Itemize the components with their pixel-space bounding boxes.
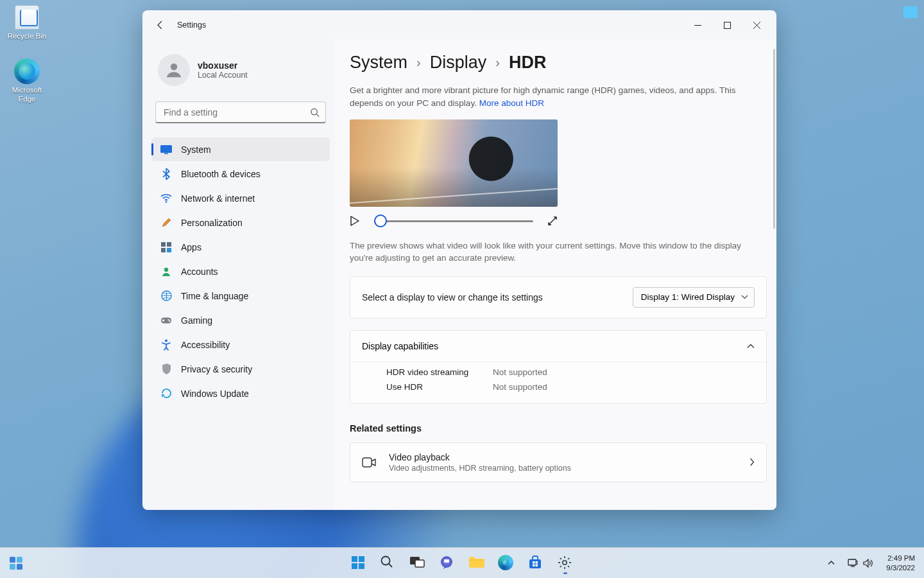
svg-rect-18 [17,557,22,563]
sidebar-item-gaming[interactable]: Gaming [151,308,330,332]
task-view-button[interactable] [405,550,431,576]
widgets-button[interactable] [6,554,26,573]
desktop-icon-edge[interactable]: Microsoft Edge [4,58,50,104]
sidebar-item-accessibility[interactable]: Accessibility [151,333,330,356]
sidebar-item-personalization[interactable]: Personalization [151,211,330,234]
svg-rect-24 [359,563,364,569]
search-input[interactable] [155,101,326,123]
recycle-bin-icon [13,4,40,31]
settings-window: Settings vboxuser Local Account [142,10,776,510]
file-explorer-button[interactable] [464,550,490,576]
svg-rect-7 [167,242,171,247]
gamepad-icon [160,315,172,326]
hdr-preview-video [350,119,558,207]
preview-slider[interactable] [374,220,533,222]
svg-point-10 [164,267,168,271]
titlebar: Settings [142,10,776,40]
close-button[interactable] [742,15,771,35]
svg-point-36 [563,560,567,564]
svg-rect-3 [160,145,172,153]
capability-key: HDR video streaming [386,367,476,377]
sidebar-item-update[interactable]: Windows Update [151,381,330,405]
clock-globe-icon [160,290,172,302]
user-name: vboxuser [198,60,248,71]
sidebar-item-network[interactable]: Network & internet [151,186,330,210]
network-tray-icon [848,559,858,568]
sidebar-item-accounts[interactable]: Accounts [151,259,330,283]
sidebar-item-label: Accessibility [181,340,230,350]
sidebar-item-label: Privacy & security [181,364,252,374]
svg-rect-8 [161,248,166,252]
windows-icon [350,555,367,572]
chevron-down-icon [741,295,748,299]
display-dropdown[interactable]: Display 1: Wired Display [633,287,755,308]
sidebar-item-time[interactable]: Time & language [151,284,330,308]
edge-button[interactable] [493,550,519,576]
chevron-right-icon: › [416,55,421,70]
svg-rect-35 [536,564,538,566]
desktop-icon-label: Recycle Bin [8,32,47,41]
user-subtitle: Local Account [198,71,248,80]
settings-taskbar-button[interactable] [552,550,578,576]
clock-time: 2:49 PM [886,554,915,563]
start-button[interactable] [346,550,372,576]
svg-rect-20 [17,564,22,570]
desktop-icon-recycle-bin[interactable]: Recycle Bin [4,4,50,41]
svg-rect-19 [10,564,15,570]
breadcrumb-system[interactable]: System [350,53,407,73]
capability-value: Not supported [493,382,547,392]
sidebar-item-privacy[interactable]: Privacy & security [151,357,330,381]
feedback-note-icon[interactable] [903,6,918,18]
sidebar-item-label: Apps [181,242,201,252]
scrollbar[interactable] [773,49,775,229]
svg-rect-16 [363,458,372,467]
minimize-button[interactable] [683,15,712,35]
taskbar-clock[interactable]: 2:49 PM 9/3/2022 [882,552,919,574]
svg-point-13 [168,319,169,320]
svg-rect-23 [352,563,357,569]
back-button[interactable] [151,16,169,34]
sidebar-item-label: Windows Update [181,389,249,399]
gear-icon [557,555,574,572]
sidebar-item-label: Bluetooth & devices [181,169,261,179]
tray-overflow-button[interactable] [824,558,839,568]
sidebar-item-apps[interactable]: Apps [151,235,330,259]
sidebar-item-bluetooth[interactable]: Bluetooth & devices [151,162,330,186]
slider-thumb[interactable] [374,215,387,227]
sidebar-item-label: System [181,144,211,155]
chat-icon [439,555,456,572]
taskbar: 2:49 PM 9/3/2022 [0,547,924,578]
maximize-button[interactable] [712,15,742,35]
display-icon [160,144,172,155]
link-card-title: Video playback [389,452,571,462]
edge-icon [498,555,515,572]
chevron-right-icon: › [495,55,500,70]
fullscreen-button[interactable] [547,216,558,226]
preview-caption: The preview shows what video will look l… [350,240,748,265]
sidebar-item-system[interactable]: System [151,137,330,161]
play-button[interactable] [350,216,360,226]
chat-button[interactable] [434,550,460,576]
volume-tray-icon [863,559,873,568]
video-playback-card[interactable]: Video playback Video adjustments, HDR st… [350,442,767,482]
user-block[interactable]: vboxuser Local Account [151,45,330,98]
chevron-up-icon [747,344,755,349]
page-description: Get a brighter and more vibrant picture … [350,84,748,109]
store-icon [527,555,544,572]
more-about-hdr-link[interactable]: More about HDR [479,98,544,108]
system-tray: 2:49 PM 9/3/2022 [824,552,919,574]
wifi-icon [160,193,172,204]
taskbar-search-button[interactable] [375,550,401,576]
related-settings-header: Related settings [350,423,770,434]
clock-date: 9/3/2022 [886,563,915,572]
display-capabilities-header[interactable]: Display capabilities [350,331,766,362]
sidebar-item-label: Accounts [181,267,218,277]
card-header-label: Display capabilities [362,341,438,351]
store-button[interactable] [523,550,549,576]
person-icon [160,266,172,277]
svg-rect-27 [415,560,424,567]
breadcrumb-display[interactable]: Display [430,53,487,73]
tray-quick-settings[interactable] [844,556,877,570]
sidebar-item-label: Gaming [181,315,212,326]
svg-point-5 [166,201,167,203]
